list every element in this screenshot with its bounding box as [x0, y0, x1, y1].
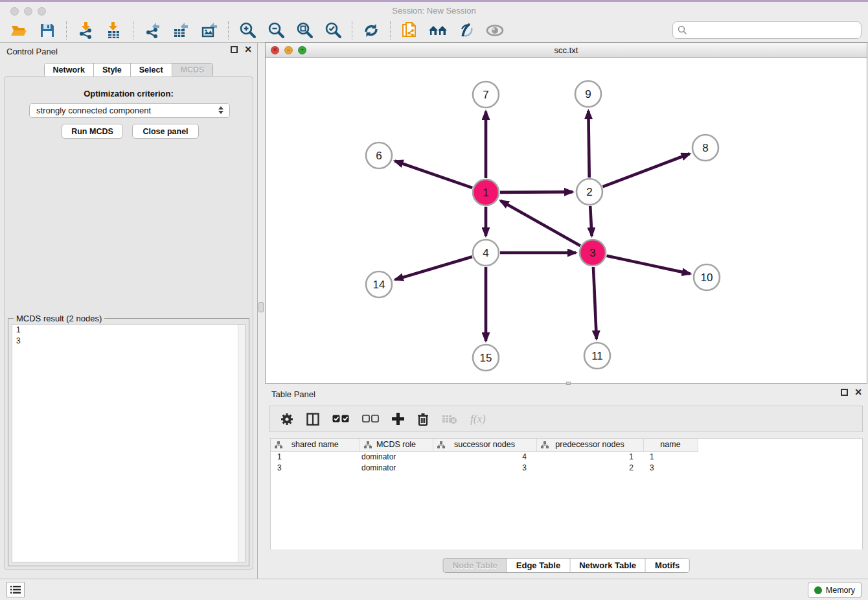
mcds-result-list[interactable]: 13	[12, 324, 246, 562]
graph-edge-2-9[interactable]	[588, 111, 589, 178]
graph-node-14[interactable]: 14	[366, 271, 392, 297]
task-history-button[interactable]	[6, 582, 25, 597]
select-all-button[interactable]	[332, 415, 349, 423]
zoom-in-button[interactable]	[235, 20, 260, 41]
mcds-result-scrollbar[interactable]	[238, 325, 245, 562]
mcds-result-item[interactable]: 3	[12, 336, 245, 347]
export-image-button[interactable]	[197, 20, 222, 41]
graph-edge-2-3[interactable]	[590, 206, 591, 236]
graph-node-1[interactable]: 1	[473, 179, 499, 205]
memory-button[interactable]: Memory	[808, 582, 862, 598]
graph-node-label: 1	[483, 187, 488, 199]
graph-node-3[interactable]: 3	[580, 240, 606, 266]
table-row[interactable]: 1dominator411	[271, 451, 698, 462]
tab-mcds[interactable]: MCDS	[172, 63, 213, 76]
graph-edge-3-10[interactable]	[607, 256, 691, 274]
table-cell[interactable]: 1	[271, 451, 360, 462]
table-cell[interactable]: 3	[271, 462, 360, 473]
split-panel-icon	[306, 413, 319, 426]
zoom-in-icon	[238, 21, 257, 40]
show-all-networks-button[interactable]	[426, 20, 450, 41]
network-canvas[interactable]: 1234678910111415	[266, 58, 867, 383]
save-session-button[interactable]	[35, 20, 60, 41]
deselect-all-button[interactable]	[362, 415, 379, 423]
table-row[interactable]: 3dominator323	[271, 462, 698, 473]
graph-node-10[interactable]: 10	[694, 264, 720, 290]
table-toolbar: f(x)	[269, 406, 863, 432]
tab-edge-table[interactable]: Edge Table	[507, 559, 570, 572]
close-panel-button[interactable]: Close panel	[132, 124, 199, 139]
network-window-title: scc.txt	[266, 45, 867, 55]
attribute-icon	[437, 441, 445, 448]
application-window: Session: New Session	[0, 0, 868, 600]
criterion-dropdown[interactable]: strongly connected component	[29, 103, 230, 118]
table-cell[interactable]: 1	[536, 451, 643, 462]
tab-style[interactable]: Style	[94, 63, 131, 76]
tab-network-table[interactable]: Network Table	[570, 559, 646, 572]
delete-table-button[interactable]	[442, 414, 457, 424]
panel-splitter-handle[interactable]	[258, 302, 264, 312]
table-settings-button[interactable]	[280, 413, 293, 426]
import-table-icon	[105, 21, 123, 40]
table-cell[interactable]: dominator	[360, 451, 433, 462]
graph-edge-4-14[interactable]	[395, 257, 472, 279]
open-session-button[interactable]	[6, 20, 31, 41]
graph-edge-1-6[interactable]	[395, 161, 473, 187]
column-header-mcds-role[interactable]: MCDS role	[360, 439, 433, 451]
table-cell[interactable]: 4	[433, 451, 536, 462]
float-panel-icon[interactable]	[231, 46, 238, 53]
import-table-button[interactable]	[102, 20, 126, 41]
graph-node-8[interactable]: 8	[692, 135, 718, 161]
graph-node-7[interactable]: 7	[473, 82, 499, 108]
zoom-out-button[interactable]	[264, 20, 288, 41]
close-panel-icon[interactable]: ✕	[244, 46, 252, 53]
column-header-predecessor-nodes[interactable]: predecessor nodes	[536, 439, 643, 451]
import-network-button[interactable]	[73, 20, 98, 41]
tab-select[interactable]: Select	[131, 63, 172, 76]
graph-node-6[interactable]: 6	[366, 143, 392, 168]
function-builder-button[interactable]: f(x)	[470, 413, 486, 426]
apply-layout-button[interactable]	[359, 20, 383, 41]
table-cell[interactable]: 3	[433, 462, 536, 473]
search-input[interactable]	[672, 21, 862, 39]
export-table-button[interactable]	[168, 20, 193, 41]
graph-node-2[interactable]: 2	[577, 179, 602, 205]
run-mcds-button[interactable]: Run MCDS	[62, 124, 123, 139]
table-cell[interactable]: dominator	[360, 462, 433, 473]
table-cell[interactable]: 1	[643, 451, 698, 462]
show-hide-button[interactable]	[483, 20, 507, 41]
graph-edge-3-1[interactable]	[501, 201, 580, 246]
graph-edge-3-11[interactable]	[593, 267, 597, 339]
table-cell[interactable]: 3	[643, 462, 698, 473]
zoom-selected-button[interactable]	[321, 20, 345, 41]
zoom-fit-button[interactable]	[292, 20, 317, 41]
window-resize-handle[interactable]	[566, 382, 571, 385]
tab-node-table[interactable]: Node Table	[444, 559, 507, 572]
graph-edge-2-8[interactable]	[603, 154, 690, 187]
plus-icon	[392, 413, 404, 425]
close-table-panel-icon[interactable]: ✕	[854, 389, 862, 396]
mcds-result-item[interactable]: 1	[12, 325, 245, 336]
add-column-button[interactable]	[392, 413, 404, 425]
tab-motifs[interactable]: Motifs	[646, 559, 689, 572]
column-header-successor-nodes[interactable]: successor nodes	[433, 439, 536, 451]
control-panel-tabs: Network Style Select MCDS	[44, 63, 214, 77]
delete-column-button[interactable]	[417, 413, 429, 426]
export-network-button[interactable]	[140, 20, 165, 41]
clone-network-button[interactable]	[397, 20, 422, 41]
select-all-icon	[332, 415, 349, 423]
column-header-name[interactable]: name	[643, 439, 698, 451]
table-header-row: shared name MCDS role successor nodes	[271, 439, 698, 451]
network-graph[interactable]: 1234678910111415	[266, 58, 867, 383]
graph-edge-1-2[interactable]	[500, 192, 573, 192]
toggle-style-button[interactable]	[454, 20, 479, 41]
table-cell[interactable]: 2	[536, 462, 643, 473]
float-table-panel-icon[interactable]	[841, 389, 848, 396]
split-panel-button[interactable]	[306, 413, 319, 426]
column-header-shared-name[interactable]: shared name	[271, 439, 360, 451]
graph-node-9[interactable]: 9	[575, 81, 601, 107]
tab-network[interactable]: Network	[45, 63, 94, 76]
graph-node-11[interactable]: 11	[584, 343, 610, 369]
graph-node-15[interactable]: 15	[473, 345, 499, 371]
graph-node-4[interactable]: 4	[473, 240, 499, 266]
